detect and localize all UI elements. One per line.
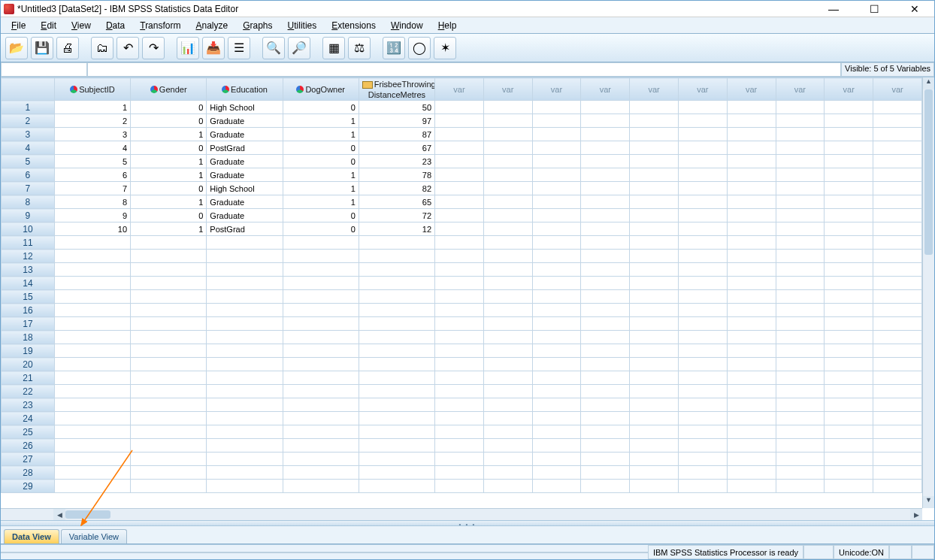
cell[interactable]: 10 <box>54 222 130 236</box>
cell-empty[interactable] <box>776 155 825 168</box>
cell-empty[interactable] <box>630 141 679 155</box>
menu-file[interactable]: File <box>5 19 32 32</box>
cell-empty[interactable] <box>483 182 532 195</box>
row-header[interactable]: 5 <box>2 155 55 168</box>
cell-empty[interactable] <box>581 236 630 250</box>
cell-empty[interactable] <box>678 439 727 453</box>
cell-empty[interactable] <box>678 371 727 385</box>
cell-empty[interactable] <box>630 371 679 385</box>
cell-empty[interactable] <box>776 195 825 209</box>
column-header-empty[interactable]: var <box>532 78 581 101</box>
cell[interactable]: 1 <box>283 168 359 182</box>
cell[interactable] <box>54 358 130 371</box>
cell-empty[interactable] <box>776 222 825 236</box>
cell-empty[interactable] <box>630 304 679 317</box>
cell-empty[interactable] <box>630 195 679 209</box>
cell-empty[interactable] <box>825 128 873 141</box>
cell[interactable] <box>54 344 130 358</box>
cell[interactable] <box>54 398 130 412</box>
column-header-empty[interactable]: var <box>873 78 922 101</box>
cell[interactable] <box>283 290 359 304</box>
cell[interactable] <box>359 317 434 331</box>
cell[interactable] <box>359 439 434 453</box>
data-grid[interactable]: SubjectIDGenderEducationDogOwnerFrisbeeT… <box>1 77 922 493</box>
cell[interactable] <box>131 277 207 290</box>
cell-empty[interactable] <box>435 317 484 331</box>
cell-empty[interactable] <box>825 155 873 168</box>
cell-empty[interactable] <box>727 222 776 236</box>
cell-empty[interactable] <box>581 222 630 236</box>
cell[interactable] <box>359 277 434 290</box>
cell-empty[interactable] <box>581 358 630 371</box>
cell-empty[interactable] <box>873 317 922 331</box>
cell[interactable] <box>207 250 283 263</box>
row-header[interactable]: 26 <box>2 439 55 453</box>
cell-empty[interactable] <box>435 114 484 128</box>
row-header[interactable]: 17 <box>2 317 55 331</box>
cell-empty[interactable] <box>483 236 532 250</box>
cell-empty[interactable] <box>581 385 630 398</box>
cell[interactable] <box>131 317 207 331</box>
menu-graphs[interactable]: Graphs <box>237 19 278 32</box>
row-header[interactable]: 9 <box>2 209 55 222</box>
cell-empty[interactable] <box>532 128 581 141</box>
cell[interactable] <box>283 412 359 425</box>
cell-empty[interactable] <box>630 182 679 195</box>
cell[interactable] <box>131 412 207 425</box>
cell-empty[interactable] <box>581 277 630 290</box>
row-header[interactable]: 28 <box>2 466 55 480</box>
cell[interactable] <box>359 425 434 439</box>
cell[interactable] <box>359 385 434 398</box>
cell-empty[interactable] <box>435 195 484 209</box>
cell-empty[interactable] <box>435 412 484 425</box>
cell-empty[interactable] <box>581 453 630 466</box>
cell-empty[interactable] <box>532 385 581 398</box>
redo-icon[interactable]: ↷ <box>142 37 165 59</box>
cell-empty[interactable] <box>532 236 581 250</box>
scroll-down-arrow-icon[interactable]: ▼ <box>923 496 934 508</box>
cell-empty[interactable] <box>581 398 630 412</box>
cell-empty[interactable] <box>727 317 776 331</box>
cell-empty[interactable] <box>873 304 922 317</box>
row-header[interactable]: 4 <box>2 141 55 155</box>
cell[interactable]: 0 <box>283 155 359 168</box>
cell-empty[interactable] <box>483 290 532 304</box>
cell-empty[interactable] <box>483 250 532 263</box>
cell-empty[interactable] <box>776 453 825 466</box>
cell[interactable]: 1 <box>131 195 207 209</box>
cell[interactable] <box>54 304 130 317</box>
cell-empty[interactable] <box>727 344 776 358</box>
cell-empty[interactable] <box>532 466 581 480</box>
cell-empty[interactable] <box>873 398 922 412</box>
cell-empty[interactable] <box>483 168 532 182</box>
cell[interactable] <box>131 439 207 453</box>
cell-empty[interactable] <box>581 101 630 114</box>
cell[interactable]: High School <box>207 101 283 114</box>
row-header[interactable]: 10 <box>2 222 55 236</box>
cell-empty[interactable] <box>435 155 484 168</box>
cell-empty[interactable] <box>776 331 825 344</box>
cell-empty[interactable] <box>727 182 776 195</box>
cell-empty[interactable] <box>825 371 873 385</box>
column-header-empty[interactable]: var <box>630 78 679 101</box>
cell[interactable] <box>54 425 130 439</box>
cell[interactable] <box>207 439 283 453</box>
cell[interactable] <box>54 290 130 304</box>
cell-empty[interactable] <box>727 371 776 385</box>
vertical-scroll-thumb[interactable] <box>924 89 933 255</box>
cell[interactable] <box>131 304 207 317</box>
cell-empty[interactable] <box>873 453 922 466</box>
cell-empty[interactable] <box>435 101 484 114</box>
cell[interactable]: 1 <box>131 222 207 236</box>
cell[interactable]: 1 <box>283 128 359 141</box>
cell-empty[interactable] <box>873 480 922 493</box>
cell-empty[interactable] <box>630 155 679 168</box>
cell-empty[interactable] <box>873 425 922 439</box>
column-header-dogowner[interactable]: DogOwner <box>283 78 359 101</box>
cell[interactable] <box>131 425 207 439</box>
cell-empty[interactable] <box>678 114 727 128</box>
cell-empty[interactable] <box>630 358 679 371</box>
column-header-empty[interactable]: var <box>776 78 825 101</box>
cell[interactable]: 0 <box>283 101 359 114</box>
row-header[interactable]: 14 <box>2 277 55 290</box>
